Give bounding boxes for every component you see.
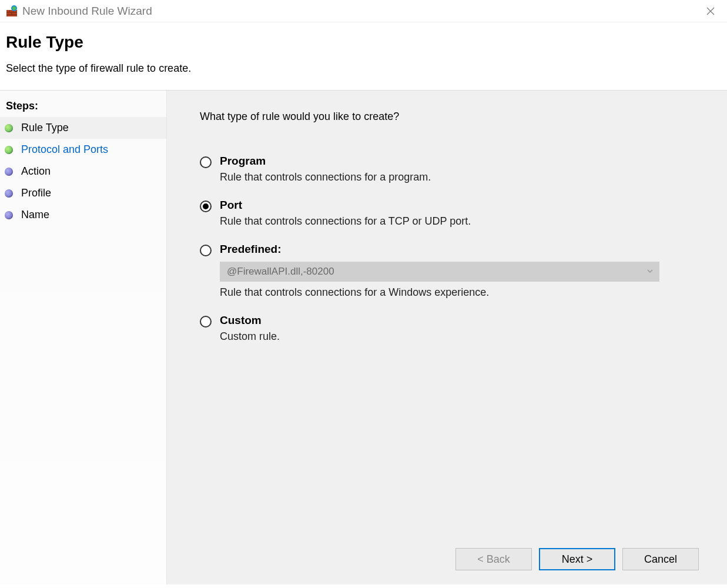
- step-bullet-icon: [5, 124, 13, 132]
- option-content: Predefined: @FirewallAPI.dll,-80200 Rule…: [220, 243, 694, 299]
- svg-point-7: [12, 6, 16, 10]
- back-button: < Back: [455, 548, 532, 570]
- wizard-body: Steps: Rule Type Protocol and Ports Acti…: [0, 91, 727, 584]
- step-bullet-icon: [5, 211, 13, 219]
- option-title: Predefined:: [220, 243, 694, 256]
- radio-program[interactable]: [200, 156, 212, 168]
- step-action[interactable]: Action: [0, 161, 166, 182]
- step-label: Protocol and Ports: [21, 143, 108, 156]
- cancel-button[interactable]: Cancel: [622, 548, 699, 570]
- close-icon: [706, 6, 715, 16]
- option-program[interactable]: Program Rule that controls connections f…: [200, 155, 694, 183]
- option-content: Custom Custom rule.: [220, 314, 694, 343]
- step-label: Action: [21, 165, 51, 178]
- radio-custom[interactable]: [200, 316, 212, 328]
- option-title: Port: [220, 199, 694, 212]
- option-title: Custom: [220, 314, 694, 327]
- radio-port[interactable]: [200, 201, 212, 212]
- rule-type-options: Program Rule that controls connections f…: [200, 155, 694, 358]
- chevron-down-icon: [646, 266, 654, 278]
- step-bullet-icon: [5, 168, 13, 176]
- option-content: Program Rule that controls connections f…: [220, 155, 694, 183]
- step-rule-type[interactable]: Rule Type: [0, 117, 166, 139]
- option-desc: Rule that controls connections for a pro…: [220, 171, 694, 183]
- step-name[interactable]: Name: [0, 204, 166, 226]
- step-bullet-icon: [5, 189, 13, 198]
- step-label: Profile: [21, 187, 51, 199]
- steps-heading: Steps:: [0, 96, 166, 117]
- step-bullet-icon: [5, 146, 13, 154]
- option-desc: Rule that controls connections for a Win…: [220, 286, 694, 299]
- wizard-header: Rule Type Select the type of firewall ru…: [0, 22, 727, 82]
- step-profile[interactable]: Profile: [0, 182, 166, 204]
- step-protocol-and-ports[interactable]: Protocol and Ports: [0, 139, 166, 161]
- step-label: Name: [21, 209, 49, 221]
- next-button[interactable]: Next >: [539, 548, 615, 570]
- predefined-selected-value: @FirewallAPI.dll,-80200: [227, 266, 334, 278]
- window-title: New Inbound Rule Wizard: [22, 5, 699, 18]
- page-title: Rule Type: [6, 33, 721, 52]
- main-panel: What type of rule would you like to crea…: [167, 91, 727, 584]
- option-port[interactable]: Port Rule that controls connections for …: [200, 199, 694, 228]
- wizard-question: What type of rule would you like to crea…: [200, 111, 694, 123]
- firewall-icon: [6, 5, 18, 17]
- radio-predefined[interactable]: [200, 245, 212, 256]
- step-label: Rule Type: [21, 122, 69, 134]
- option-title: Program: [220, 155, 694, 168]
- steps-sidebar: Steps: Rule Type Protocol and Ports Acti…: [0, 91, 167, 584]
- close-button[interactable]: [699, 2, 722, 20]
- predefined-dropdown[interactable]: @FirewallAPI.dll,-80200: [220, 262, 659, 282]
- wizard-footer: < Back Next > Cancel: [455, 548, 699, 570]
- titlebar: New Inbound Rule Wizard: [0, 0, 727, 22]
- option-desc: Rule that controls connections for a TCP…: [220, 215, 694, 228]
- option-predefined[interactable]: Predefined: @FirewallAPI.dll,-80200 Rule…: [200, 243, 694, 299]
- option-content: Port Rule that controls connections for …: [220, 199, 694, 228]
- option-desc: Custom rule.: [220, 330, 694, 343]
- page-subtitle: Select the type of firewall rule to crea…: [6, 62, 721, 75]
- option-custom[interactable]: Custom Custom rule.: [200, 314, 694, 343]
